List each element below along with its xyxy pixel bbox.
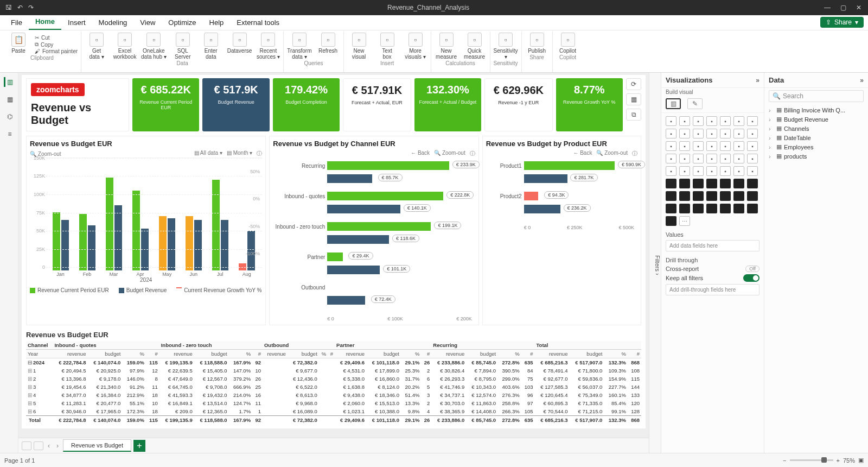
viz-type-icon[interactable]: ▪ xyxy=(720,116,731,126)
table-row[interactable]: ⊞1€ 20,494.5€ 20,925.097.9%12€ 22,639.5€… xyxy=(26,367,641,375)
back-button[interactable]: ← Back xyxy=(411,150,430,157)
viz-type-icon[interactable]: ▪ xyxy=(706,141,717,151)
dax-view-icon[interactable]: ≡ xyxy=(4,129,15,139)
ribbon-dataverse[interactable]: ▫Dataverse xyxy=(227,33,252,60)
viz-type-icon[interactable]: ▪ xyxy=(693,166,704,176)
report-canvas[interactable]: zoomcharts Revenue vs Budget € 685.22KRe… xyxy=(18,73,649,453)
custom-viz-icon[interactable] xyxy=(747,191,758,201)
ribbon-more-visuals-[interactable]: ▫Morevisuals ▾ xyxy=(404,33,427,60)
expand-icon[interactable]: ⊞ xyxy=(28,392,33,398)
table-view-icon[interactable]: ▦ xyxy=(4,94,15,104)
viz-type-icon[interactable]: ▪ xyxy=(693,116,704,126)
info-icon[interactable]: ⓘ xyxy=(257,150,262,157)
expand-icon[interactable]: ⊞ xyxy=(28,408,33,414)
zoom-in-icon[interactable]: + xyxy=(837,457,840,464)
expand-icon[interactable]: › xyxy=(769,135,774,141)
viz-type-icon[interactable]: ▪ xyxy=(693,154,704,163)
menu-external-tools[interactable]: External tools xyxy=(230,15,286,30)
viz-type-icon[interactable]: ▪ xyxy=(733,129,744,138)
expand-icon[interactable]: › xyxy=(769,144,774,150)
format-painter-button[interactable]: 🖌 Format painter xyxy=(35,48,78,54)
expand-icon[interactable]: › xyxy=(769,116,774,123)
expand-icon[interactable]: › xyxy=(769,125,774,132)
zoom-out-button[interactable]: 🔍 Zoom-out xyxy=(596,150,628,157)
expand-icon[interactable]: ⊞ xyxy=(28,368,33,374)
viz-type-icon[interactable]: ▪ xyxy=(693,141,704,151)
viz-type-icon[interactable]: ▪ xyxy=(747,154,758,163)
menu-help[interactable]: Help xyxy=(203,15,231,30)
cross-report-toggle[interactable]: Off xyxy=(745,266,760,272)
expand-icon[interactable]: ⊞ xyxy=(28,376,33,382)
table-row[interactable]: ⊞3€ 19,454.6€ 21,340.091.2%11€ 64,745.0€… xyxy=(26,383,641,391)
month-dropdown[interactable]: ▤ Month ▾ xyxy=(227,150,252,157)
page-tab[interactable]: Revenue vs Budget xyxy=(63,439,131,452)
data-table-node[interactable]: ›▦DateTable xyxy=(767,133,866,142)
custom-viz-icon[interactable] xyxy=(666,216,676,226)
custom-viz-icon[interactable] xyxy=(720,179,731,188)
ribbon-onelake-data-hub-[interactable]: ▫OneLakedata hub ▾ xyxy=(141,33,167,60)
custom-viz-icon[interactable] xyxy=(733,179,744,188)
redo-icon[interactable]: ↷ xyxy=(28,4,34,11)
viz-type-icon[interactable]: ▪ xyxy=(706,166,717,176)
refresh-icon[interactable]: ⟳ xyxy=(626,78,641,90)
collapse-icon[interactable]: » xyxy=(860,77,864,84)
viz-type-icon[interactable]: ▪ xyxy=(733,116,744,126)
ribbon-new-visual[interactable]: ▫Newvisual xyxy=(347,33,371,60)
viz-type-icon[interactable]: ▪ xyxy=(679,116,690,126)
ribbon-transform-data-[interactable]: ▫Transformdata ▾ xyxy=(287,33,311,60)
data-table-node[interactable]: ›▦products xyxy=(767,152,866,161)
ribbon-copilot[interactable]: ▫Copilot xyxy=(556,33,580,54)
custom-viz-icon[interactable] xyxy=(693,191,704,201)
expand-icon[interactable]: ⊞ xyxy=(28,400,33,406)
viz-type-icon[interactable]: ▪ xyxy=(679,141,690,151)
custom-viz-icon[interactable] xyxy=(706,204,717,213)
viz-type-icon[interactable]: ▪ xyxy=(747,166,758,176)
viz-type-icon[interactable]: ▪ xyxy=(747,116,758,126)
matrix-visual[interactable]: Revenue vs Budget EUR ChannelInbound - q… xyxy=(26,331,641,424)
kpi-card[interactable]: € 685.22KRevenue Current Period EUR xyxy=(132,78,199,131)
expand-icon[interactable]: › xyxy=(769,153,774,160)
data-table-node[interactable]: ›▦Budget Revenue xyxy=(767,115,866,124)
fit-page-icon[interactable]: ▣ xyxy=(858,457,864,464)
custom-viz-icon[interactable] xyxy=(679,191,690,201)
chart-by-product[interactable]: Revenue vs Budget by Product EUR ← Back … xyxy=(482,136,641,325)
drillthrough-well[interactable]: Add drill-through fields here xyxy=(666,284,760,295)
ribbon-text-box[interactable]: ▫Textbox xyxy=(375,33,399,60)
ribbon-quick-measure[interactable]: ▫Quickmeasure xyxy=(463,33,487,60)
info-icon[interactable]: ⓘ xyxy=(470,150,475,157)
viz-type-icon[interactable]: ▪ xyxy=(747,129,758,138)
keep-filters-toggle[interactable] xyxy=(743,274,760,282)
custom-viz-icon[interactable] xyxy=(666,191,676,201)
viz-type-icon[interactable]: ▪ xyxy=(666,166,676,176)
ribbon-enter-data[interactable]: ▫Enterdata xyxy=(199,33,223,60)
expand-icon[interactable]: ⊞ xyxy=(28,384,33,390)
undo-icon[interactable]: ↶ xyxy=(17,4,23,11)
viz-type-icon[interactable]: ▪ xyxy=(679,154,690,163)
custom-viz-icon[interactable] xyxy=(747,179,758,188)
kpi-card[interactable]: 8.77%Revenue Growth YoY % xyxy=(556,78,623,131)
copy-button[interactable]: ⧉ Copy xyxy=(35,41,78,48)
viz-type-icon[interactable]: ▪ xyxy=(706,154,717,163)
model-view-icon[interactable]: ⌬ xyxy=(4,112,15,122)
data-table-node[interactable]: ›▦Billing Invoice With Q... xyxy=(767,105,866,115)
menu-home[interactable]: Home xyxy=(29,14,61,30)
viz-type-icon[interactable]: ▪ xyxy=(720,141,731,151)
kpi-card[interactable]: 132.30%Forecast + Actual / Budget xyxy=(414,78,481,131)
viz-type-icon[interactable]: ▪ xyxy=(666,129,676,138)
zoom-out-button[interactable]: 🔍 Zoom-out xyxy=(434,150,465,157)
prev-page-icon[interactable]: ‹ xyxy=(46,442,52,450)
viz-type-icon[interactable]: ▪ xyxy=(706,129,717,138)
viz-type-icon[interactable]: ▪ xyxy=(747,141,758,151)
menu-insert[interactable]: Insert xyxy=(61,15,92,30)
custom-viz-icon[interactable] xyxy=(733,191,744,201)
viz-type-icon[interactable]: ▪ xyxy=(733,154,744,163)
info-icon[interactable]: ⓘ xyxy=(632,150,637,157)
report-view-icon[interactable]: ▥ xyxy=(4,77,15,87)
save-icon[interactable]: 🖫 xyxy=(5,4,12,11)
data-search[interactable]: 🔍Search xyxy=(769,90,864,102)
custom-viz-icon[interactable] xyxy=(693,204,704,213)
all-data-dropdown[interactable]: ▤ All data ▾ xyxy=(194,150,222,157)
close-icon[interactable]: ✕ xyxy=(856,4,861,11)
custom-viz-icon[interactable] xyxy=(706,191,717,201)
custom-viz-icon[interactable] xyxy=(747,204,758,213)
